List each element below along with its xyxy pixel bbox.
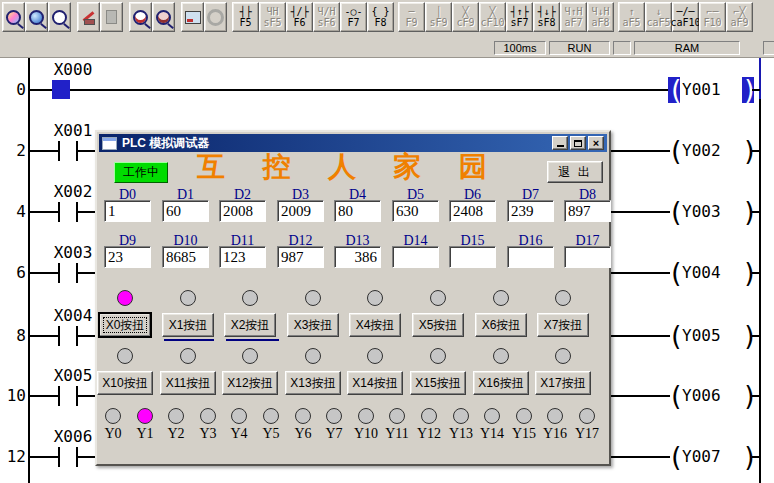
aF8-symbol-icon: Ч↓Н — [591, 6, 609, 17]
register-D8-input[interactable]: 897 — [564, 200, 611, 222]
Y15-lamp — [516, 408, 532, 424]
register-D11-input[interactable]: 123 — [219, 246, 266, 268]
X6-button[interactable]: X6按扭 — [475, 313, 527, 337]
register-D14-input[interactable] — [392, 246, 439, 268]
magnifier-device-alt-icon[interactable] — [152, 2, 175, 32]
sF7-symbol-icon: ┤↑├ — [510, 6, 528, 17]
register-D17-input[interactable] — [564, 246, 611, 268]
ladder-tool-F8-button[interactable]: { }F8 — [367, 2, 394, 32]
X10-lamp — [117, 348, 133, 364]
ladder-tool-aF9-button[interactable]: ⌐╳aF9 — [726, 2, 753, 32]
maximize-button[interactable] — [570, 136, 586, 150]
X17-button[interactable]: X17按扭 — [535, 371, 591, 395]
magnifier-palette-icon[interactable] — [2, 2, 25, 32]
minimize-button[interactable] — [552, 136, 568, 150]
register-D5-input[interactable]: 630 — [392, 200, 439, 222]
magnifier-device-icon[interactable] — [129, 2, 152, 32]
F10-symbol-icon: ⌐─ — [706, 6, 718, 17]
X2-button[interactable]: X2按扭 — [224, 313, 276, 337]
magnifier-abc-icon[interactable] — [48, 2, 71, 32]
X3-lamp — [305, 290, 321, 306]
register-D2-input[interactable]: 2008 — [219, 200, 266, 222]
ladder-tool-F9-button[interactable]: ─F9 — [398, 2, 425, 32]
monitor-mode-icon[interactable] — [181, 2, 204, 32]
brand-char: 人 — [328, 151, 356, 185]
register-D0-input[interactable]: 1 — [104, 200, 151, 222]
magnifier-globe-icon[interactable] — [25, 2, 48, 32]
register-D9-input[interactable]: 23 — [104, 246, 151, 268]
F7-label: F7 — [347, 17, 359, 28]
spiral-disabled-icon[interactable] — [204, 2, 227, 32]
Y12-lamp — [421, 408, 437, 424]
toolbar-panel: ┤├F5ЧНsF5┤/├F6Ч/НsF6-○-F7{ }F8─F9│sF9╳cF… — [0, 0, 774, 58]
X11-button[interactable]: X11按扭 — [160, 371, 216, 395]
rung-line — [752, 335, 760, 337]
coil-open-paren: ( — [668, 138, 680, 164]
rung-line — [752, 456, 760, 458]
ladder-tool-F5-button[interactable]: ┤├F5 — [232, 2, 259, 32]
register-D13-input[interactable]: 386 — [334, 246, 381, 268]
ladder-tool-sF9-button[interactable]: │sF9 — [425, 2, 452, 32]
ladder-tool-caF10-button[interactable]: ─/─caF10 — [672, 2, 699, 32]
ladder-tool-F6-button[interactable]: ┤/├F6 — [286, 2, 313, 32]
X7-button[interactable]: X7按扭 — [537, 313, 589, 337]
coil-label: Y004 — [682, 265, 740, 281]
ladder-tool-aF8-button[interactable]: Ч↓НaF8 — [587, 2, 614, 32]
register-D1-input[interactable]: 60 — [162, 200, 209, 222]
X10-button[interactable]: X10按扭 — [97, 371, 153, 395]
ladder-tool-sF7-button[interactable]: ┤↑├sF7 — [506, 2, 533, 32]
ladder-tool-F10-button[interactable]: ⌐─F10 — [699, 2, 726, 32]
spiral-disabled-icon-glyph — [207, 9, 224, 26]
X6-lamp — [493, 290, 509, 306]
ladder-tool-cF9-button[interactable]: ╳cF9 — [452, 2, 479, 32]
working-status-button[interactable]: 工作中 — [114, 162, 168, 183]
wand-build-icon[interactable] — [100, 2, 123, 32]
ladder-tool-aF7-button[interactable]: Ч↑НaF7 — [560, 2, 587, 32]
register-D16-input[interactable] — [507, 246, 554, 268]
contact-bar — [58, 202, 60, 222]
rung-number: 10 — [0, 388, 26, 404]
coil-label: Y001 — [682, 82, 740, 98]
ladder-tool-aF5-button[interactable]: ↑aF5 — [618, 2, 645, 32]
register-D15-input[interactable] — [449, 246, 496, 268]
rung-number: 6 — [0, 265, 26, 281]
X15-button[interactable]: X15按扭 — [410, 371, 466, 395]
X0-button[interactable]: X0按扭 — [99, 313, 151, 337]
Y2-label: Y2 — [159, 426, 193, 441]
ladder-tool-F7-button[interactable]: -○-F7 — [340, 2, 367, 32]
register-D7-input[interactable]: 239 — [507, 200, 554, 222]
X12-button[interactable]: X12按扭 — [222, 371, 278, 395]
dialog-titlebar[interactable]: PLC 模拟调试器 × — [99, 134, 607, 152]
X1-button[interactable]: X1按扭 — [162, 313, 214, 337]
status-segment-1: RUN — [549, 41, 610, 55]
X5-button[interactable]: X5按扭 — [412, 313, 464, 337]
F8-label: F8 — [374, 17, 386, 28]
edit-cursor-block[interactable] — [52, 80, 70, 99]
close-button[interactable]: × — [588, 136, 604, 150]
Y7-label: Y7 — [317, 426, 351, 441]
caF5-label: caF5 — [646, 17, 670, 28]
X14-button[interactable]: X14按扭 — [347, 371, 403, 395]
exit-button[interactable]: 退 出 — [547, 161, 603, 183]
ladder-tool-cF10-button[interactable]: ╳cF10 — [479, 2, 506, 32]
X3-button[interactable]: X3按扭 — [287, 313, 339, 337]
X4-button[interactable]: X4按扭 — [349, 313, 401, 337]
X13-button[interactable]: X13按扭 — [285, 371, 341, 395]
register-D10-input[interactable]: 8685 — [162, 246, 209, 268]
ladder-tool-sF6-button[interactable]: Ч/НsF6 — [313, 2, 340, 32]
register-D6-input[interactable]: 2408 — [449, 200, 496, 222]
X16-button[interactable]: X16按扭 — [473, 371, 529, 395]
Y4-lamp — [231, 408, 247, 424]
register-D3-input[interactable]: 2009 — [277, 200, 324, 222]
F7-symbol-icon: -○- — [344, 6, 362, 17]
sF5-symbol-icon: ЧН — [266, 6, 278, 17]
ladder-tool-sF8-button[interactable]: ┤↓├sF8 — [533, 2, 560, 32]
pencil-edit-icon[interactable] — [77, 2, 100, 32]
ladder-tool-sF5-button[interactable]: ЧНsF5 — [259, 2, 286, 32]
sF9-label: sF9 — [429, 17, 447, 28]
cF10-label: cF10 — [480, 17, 504, 28]
register-D12-input[interactable]: 987 — [277, 246, 324, 268]
ladder-tool-caF5-button[interactable]: ↓caF5 — [645, 2, 672, 32]
register-D4-input[interactable]: 80 — [334, 200, 381, 222]
coil-open-paren: ( — [668, 260, 680, 286]
